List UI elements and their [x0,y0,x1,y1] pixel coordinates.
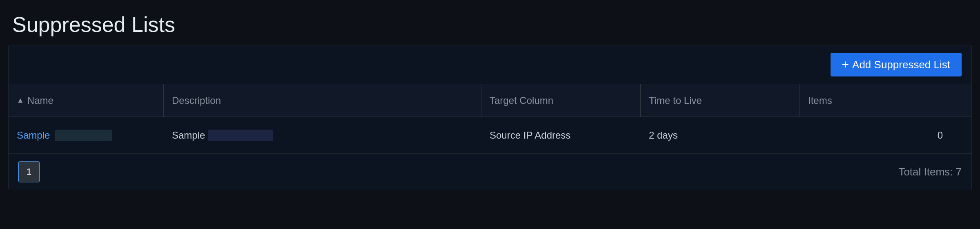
column-description-label: Description [172,95,221,106]
row-name-text: Sample [17,130,50,141]
row-items-text: 0 [938,130,943,141]
cell-name: Sample [9,117,164,153]
row-description-text: Sample [172,130,205,141]
row-description-tag [208,130,273,141]
add-button-label: Add Suppressed List [852,58,950,71]
table-header: ▲ Name Description Target Column Time to… [9,84,971,117]
row-time-to-live-text: 2 days [649,130,678,141]
column-name-label: Name [27,95,53,106]
column-items-label: Items [808,95,832,106]
column-header-time-to-live[interactable]: Time to Live [641,84,800,117]
add-suppressed-list-button[interactable]: + Add Suppressed List [831,53,962,76]
column-header-actions [959,84,976,117]
column-header-items[interactable]: Items [800,84,959,117]
cell-target-column: Source IP Address [481,117,641,153]
table-wrapper: + Add Suppressed List ▲ Name Description… [8,45,972,190]
toolbar: + Add Suppressed List [9,45,971,84]
cell-description: Sample [164,117,481,153]
pagination: 1 [18,161,40,182]
table-row[interactable]: Sample Sample Source IP Address 2 days 0 [9,117,971,154]
plus-icon: + [842,58,849,72]
page-container: Suppressed Lists + Add Suppressed List ▲… [0,0,980,198]
column-header-name[interactable]: ▲ Name [9,84,164,117]
column-time-to-live-label: Time to Live [649,95,702,106]
cell-items: 0 [800,117,959,153]
column-header-description[interactable]: Description [164,84,481,117]
page-title: Suppressed Lists [8,12,972,37]
total-items-label: Total Items: 7 [898,166,962,178]
sort-asc-icon: ▲ [17,96,24,105]
column-header-target-column[interactable]: Target Column [481,84,641,117]
row-name-tag [55,130,112,141]
page-1-button[interactable]: 1 [18,161,40,182]
column-target-column-label: Target Column [490,95,553,106]
row-target-column-text: Source IP Address [490,130,570,141]
cell-time-to-live: 2 days [641,117,800,153]
table-footer: 1 Total Items: 7 [9,154,971,190]
cell-row-actions [959,117,976,153]
